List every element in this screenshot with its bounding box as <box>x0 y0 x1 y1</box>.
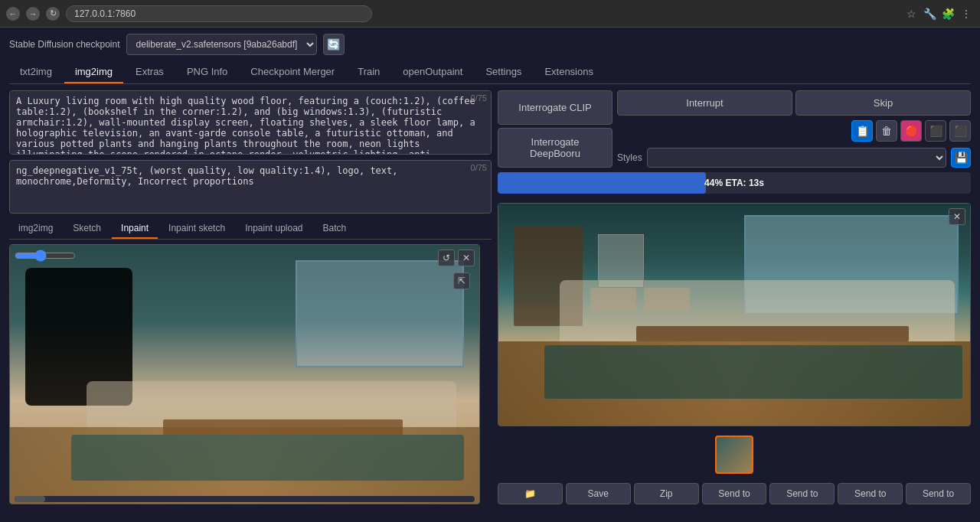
styles-row: Styles 💾 <box>617 148 971 168</box>
dark-square-btn[interactable]: ⬛ <box>925 120 946 142</box>
color-icon-btn[interactable]: 🔴 <box>900 120 922 142</box>
interrogate-clip-btn[interactable]: Interrogate CLIP <box>498 90 612 125</box>
tab-png-info[interactable]: PNG Info <box>176 61 238 83</box>
negative-token-counter: 0/75 <box>471 163 487 172</box>
top-right: Interrogate CLIP InterrogateDeepBooru In… <box>498 90 971 168</box>
save-btn[interactable]: Save <box>566 483 631 504</box>
canvas-scroll-thumb[interactable] <box>15 496 45 502</box>
sub-tab-bar: img2img Sketch Inpaint Inpaint sketch In… <box>9 219 492 240</box>
browser-chrome: ← → ↻ ☆ 🔧 🧩 ⋮ <box>0 0 980 28</box>
sub-tab-batch[interactable]: Batch <box>314 219 356 239</box>
browser-icons: ☆ 🔧 🧩 ⋮ <box>903 6 974 21</box>
sub-tab-sketch[interactable]: Sketch <box>64 219 110 239</box>
expand-btn[interactable]: ⇱ <box>453 272 470 289</box>
positive-prompt-textarea[interactable] <box>9 90 492 155</box>
ext-icon-2[interactable]: 🧩 <box>940 6 956 21</box>
paste-icon-btn[interactable]: 📋 <box>851 120 873 142</box>
output-image-container: ✕ <box>498 203 971 426</box>
styles-save-btn[interactable]: 💾 <box>951 148 971 168</box>
checkpoint-label: Stable Diffusion checkpoint <box>9 39 120 50</box>
progress-bar-container: 44% ETA: 13s <box>498 172 971 194</box>
close-output-btn[interactable]: ✕ <box>949 208 965 225</box>
sub-tab-img2img[interactable]: img2img <box>9 219 62 239</box>
gen-panel: Interrupt Skip 📋 🗑 🔴 ⬛ ⬛ Styles <box>617 90 971 168</box>
bookmark-icon[interactable]: ☆ <box>903 6 919 21</box>
tab-checkpoint-merger[interactable]: Checkpoint Merger <box>240 61 345 83</box>
interrogate-panel: Interrogate CLIP InterrogateDeepBooru <box>498 90 612 168</box>
gray-square-btn[interactable]: ⬛ <box>949 120 971 142</box>
zip-btn[interactable]: Zip <box>634 483 699 504</box>
workspace: 0/75 0/75 img2img Sketch Inpaint Inpaint… <box>9 90 971 504</box>
send-to-btn-4[interactable]: Send to <box>906 483 971 504</box>
sub-tab-inpaint-upload[interactable]: Inpaint upload <box>236 219 312 239</box>
left-column: 0/75 0/75 img2img Sketch Inpaint Inpaint… <box>9 90 492 504</box>
tab-txt2img[interactable]: txt2img <box>9 61 63 83</box>
progress-text: 44% ETA: 13s <box>704 178 764 188</box>
send-to-btn-2[interactable]: Send to <box>769 483 835 504</box>
ext-icon-3[interactable]: ⋮ <box>959 6 974 21</box>
progress-bar-fill <box>498 172 706 194</box>
negative-prompt-textarea[interactable] <box>9 160 492 214</box>
tab-img2img[interactable]: img2img <box>64 61 123 83</box>
refresh-btn[interactable]: ↻ <box>46 7 60 21</box>
right-side: Interrogate CLIP InterrogateDeepBooru In… <box>498 90 971 504</box>
checkpoint-refresh-btn[interactable]: 🔄 <box>323 34 345 55</box>
undo-btn[interactable]: ↺ <box>438 250 455 266</box>
brush-size-slider[interactable] <box>15 250 76 262</box>
ext-icon-1[interactable]: 🔧 <box>922 6 937 21</box>
back-btn[interactable]: ← <box>6 7 20 21</box>
tab-extras[interactable]: Extras <box>125 61 175 83</box>
output-thumbnail[interactable] <box>715 436 753 474</box>
sub-tab-inpaint[interactable]: Inpaint <box>112 219 158 239</box>
send-to-btn-1[interactable]: Send to <box>702 483 767 504</box>
trash-icon-btn[interactable]: 🗑 <box>876 120 897 142</box>
send-to-btn-3[interactable]: Send to <box>838 483 903 504</box>
url-bar[interactable] <box>66 5 372 22</box>
forward-btn[interactable]: → <box>26 7 40 21</box>
interrogate-deepbooru-btn[interactable]: InterrogateDeepBooru <box>498 128 612 168</box>
thumbnail-row <box>498 431 971 478</box>
styles-label: Styles <box>617 152 642 163</box>
canvas-container: ↺ ✕ ⇱ <box>9 244 480 504</box>
brush-row <box>15 250 453 262</box>
checkpoint-select[interactable]: deliberate_v2.safetensors [9aba26abdf] <box>126 34 317 55</box>
tab-extensions[interactable]: Extensions <box>534 61 604 83</box>
positive-token-counter: 0/75 <box>471 93 487 103</box>
open-folder-btn[interactable]: 📁 <box>498 483 563 504</box>
app-container: Stable Diffusion checkpoint deliberate_v… <box>0 28 980 511</box>
styles-select[interactable] <box>647 148 946 168</box>
icon-row: 📋 🗑 🔴 ⬛ ⬛ <box>617 120 971 142</box>
tab-train[interactable]: Train <box>347 61 390 83</box>
main-tab-bar: txt2img img2img Extras PNG Info Checkpoi… <box>9 61 971 84</box>
output-living-room <box>498 204 970 426</box>
bottom-actions: 📁 Save Zip Send to Send to Send to Send … <box>498 483 971 504</box>
tab-settings[interactable]: Settings <box>475 61 532 83</box>
interrogate-deepbooru-label: InterrogateDeepBooru <box>530 136 580 159</box>
sub-tab-inpaint-sketch[interactable]: Inpaint sketch <box>159 219 234 239</box>
canvas-controls: ↺ ✕ ⇱ <box>438 250 475 266</box>
canvas-scrollbar[interactable] <box>15 496 475 502</box>
skip-btn[interactable]: Skip <box>795 90 971 116</box>
tab-openoutpaint[interactable]: openOutpaint <box>392 61 473 83</box>
close-canvas-btn[interactable]: ✕ <box>458 250 475 266</box>
negative-prompt-container: 0/75 <box>9 160 492 216</box>
canvas-image <box>10 245 479 504</box>
interrupt-btn[interactable]: Interrupt <box>617 90 792 116</box>
interrupt-skip-row: Interrupt Skip <box>617 90 971 116</box>
checkpoint-row: Stable Diffusion checkpoint deliberate_v… <box>9 34 971 55</box>
positive-prompt-container: 0/75 <box>9 90 492 157</box>
